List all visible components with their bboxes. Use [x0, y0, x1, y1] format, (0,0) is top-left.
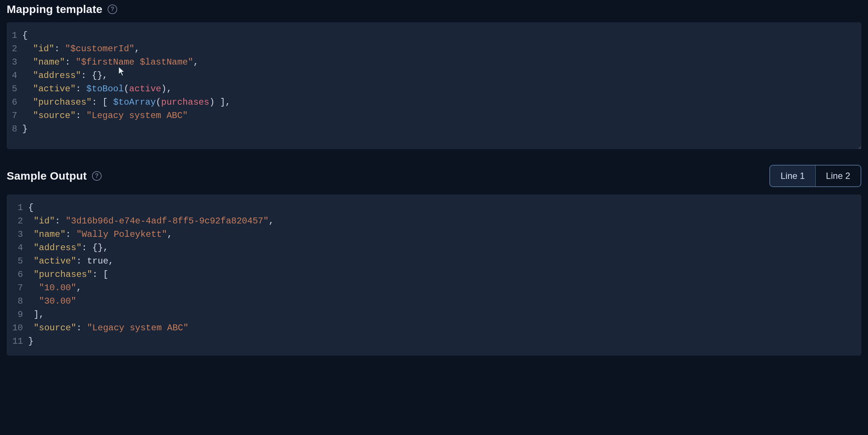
sample-output-viewer: 1{2 "id": "3d16b96d-e74e-4adf-8ff5-9c92f… [7, 194, 861, 356]
code-line: 8} [12, 122, 856, 136]
line-number: 1 [12, 201, 28, 215]
line-number: 10 [12, 321, 28, 335]
line-number: 2 [12, 42, 22, 56]
line-number: 5 [12, 255, 28, 268]
code-line: 7 "source": "Legacy system ABC" [12, 109, 856, 122]
line-number: 1 [12, 29, 22, 42]
line-number: 11 [12, 335, 28, 348]
line-number: 8 [12, 122, 22, 136]
sample-line-tab-2[interactable]: Line 2 [815, 166, 861, 186]
line-number: 9 [12, 308, 28, 321]
code-line: 1{ [12, 201, 856, 215]
mapping-template-header: Mapping template ? [7, 3, 861, 16]
help-icon[interactable]: ? [108, 4, 117, 14]
code-line: 10 "source": "Legacy system ABC" [12, 321, 856, 335]
code-line: 5 "active": $toBool(active), [12, 82, 856, 96]
code-line: 4 "address": {}, [12, 241, 856, 255]
code-line: 6 "purchases": [ $toArray(purchases) ], [12, 96, 856, 109]
sample-output-header: Sample Output ? [7, 170, 102, 182]
code-line: 2 "id": "3d16b96d-e74e-4adf-8ff5-9c92fa8… [12, 215, 856, 228]
code-line: 3 "name": "Wally Poleykett", [12, 228, 856, 241]
code-line: 9 ], [12, 308, 856, 321]
sample-output-code: 1{2 "id": "3d16b96d-e74e-4adf-8ff5-9c92f… [12, 201, 856, 348]
line-number: 6 [12, 96, 22, 109]
sample-line-tab-1[interactable]: Line 1 [770, 166, 815, 186]
help-icon[interactable]: ? [92, 171, 102, 181]
sample-output-title: Sample Output [7, 170, 87, 182]
sample-line-toggle[interactable]: Line 1Line 2 [769, 165, 861, 187]
code-line: 2 "id": "$customerId", [12, 42, 856, 56]
line-number: 4 [12, 241, 28, 255]
line-number: 6 [12, 268, 28, 281]
mapping-template-title: Mapping template [7, 3, 102, 16]
line-number: 4 [12, 69, 22, 82]
code-line: 5 "active": true, [12, 255, 856, 268]
line-number: 8 [12, 295, 28, 308]
code-line: 1{ [12, 29, 856, 42]
code-line: 6 "purchases": [ [12, 268, 856, 281]
line-number: 3 [12, 228, 28, 241]
line-number: 2 [12, 215, 28, 228]
code-line: 7 "10.00", [12, 281, 856, 295]
mapping-template-code[interactable]: 1{2 "id": "$customerId",3 "name": "$firs… [12, 29, 856, 136]
line-number: 3 [12, 56, 22, 69]
line-number: 5 [12, 82, 22, 96]
code-line: 4 "address": {}, [12, 69, 856, 82]
code-line: 8 "30.00" [12, 295, 856, 308]
code-line: 11} [12, 335, 856, 348]
mapping-template-editor[interactable]: 1{2 "id": "$customerId",3 "name": "$firs… [7, 22, 861, 149]
line-number: 7 [12, 109, 22, 122]
code-line: 3 "name": "$firstName $lastName", [12, 56, 856, 69]
line-number: 7 [12, 281, 28, 295]
